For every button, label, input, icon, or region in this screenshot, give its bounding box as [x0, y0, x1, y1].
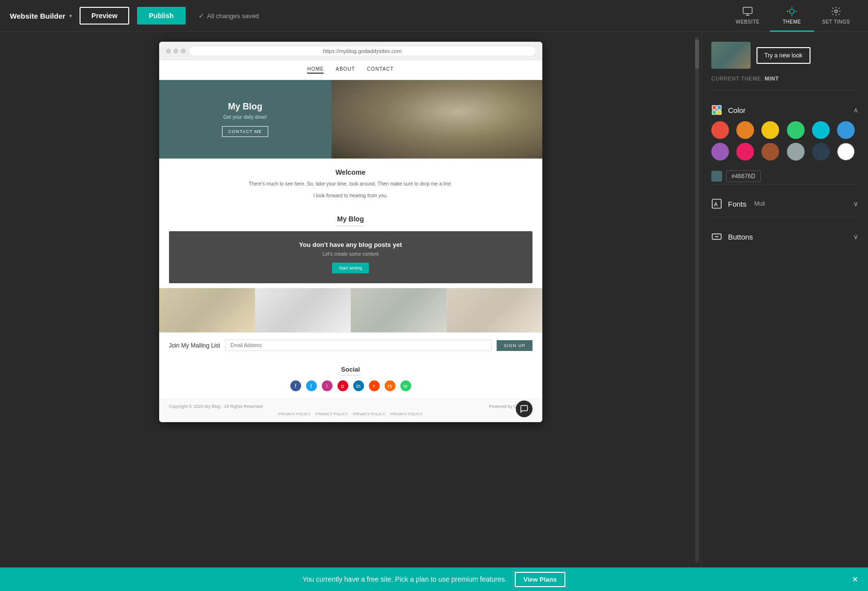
- site-nav-home[interactable]: HOME: [307, 66, 324, 74]
- site-nav: HOME ABOUT CONTACT: [159, 60, 542, 80]
- social-reddit-icon[interactable]: r: [369, 380, 380, 391]
- welcome-section: Welcome There's much to see here. So, ta…: [159, 159, 542, 210]
- mailing-input[interactable]: [225, 340, 492, 351]
- site-nav-about[interactable]: ABOUT: [336, 66, 355, 74]
- color-swatch-red[interactable]: [711, 121, 729, 139]
- color-swatch-yellow[interactable]: [761, 121, 779, 139]
- color-swatch-purple[interactable]: [711, 143, 729, 161]
- hero-left: My Blog Get your daily dose! CONTACT ME: [159, 80, 332, 159]
- fonts-section: A Fonts Muli ∨: [711, 192, 858, 215]
- current-theme-name: MINT: [765, 76, 779, 81]
- footer-link-1[interactable]: PRIVACY POLICY: [279, 412, 311, 416]
- social-whatsapp-icon[interactable]: w: [400, 380, 411, 391]
- view-plans-button[interactable]: View Plans: [515, 572, 566, 587]
- topbar-right-nav: WEBSITE THEME SET TINGS: [726, 0, 858, 32]
- color-swatch-orange[interactable]: [736, 121, 754, 139]
- buttons-section-header[interactable]: Buttons ∨: [711, 225, 858, 248]
- theme-preview-row: Try a new look: [711, 42, 858, 69]
- hero-subtitle: Get your daily dose!: [224, 114, 267, 120]
- color-swatch-brown[interactable]: [761, 143, 779, 161]
- fonts-chevron-icon: ∨: [853, 200, 858, 208]
- chevron-down-icon: ▾: [69, 13, 72, 19]
- brand-logo[interactable]: Website Builder ▾: [10, 12, 72, 20]
- buttons-chevron-icon: ∨: [853, 233, 858, 241]
- publish-button[interactable]: Publish: [137, 7, 186, 25]
- no-posts-subtitle: Let's create some content: [179, 251, 523, 257]
- color-swatches-grid: [711, 121, 858, 168]
- check-icon: ✓: [198, 12, 204, 20]
- website-icon: [742, 6, 753, 17]
- welcome-heading: Welcome: [169, 168, 532, 176]
- footer-links: PRIVACY POLICY PRIVACY POLICY PRIVACY PO…: [169, 412, 532, 416]
- svg-point-8: [835, 10, 838, 13]
- topbar: Website Builder ▾ Preview Publish ✓ All …: [0, 0, 868, 32]
- color-section-header[interactable]: Color ∧: [711, 99, 858, 121]
- browser-dots: [166, 49, 186, 54]
- website-nav-button[interactable]: WEBSITE: [726, 0, 770, 32]
- current-color-display: #46676D: [711, 170, 858, 182]
- start-writing-button[interactable]: Start writing: [332, 263, 369, 273]
- gallery-item-4: [447, 288, 542, 332]
- welcome-text1: There's much to see here. So, take your …: [169, 180, 532, 188]
- social-linkedin-icon[interactable]: in: [353, 380, 364, 391]
- buttons-section-title: Buttons: [728, 233, 753, 241]
- footer-link-3[interactable]: PRIVACY POLICY: [353, 412, 386, 416]
- settings-nav-label: SET TINGS: [822, 19, 850, 25]
- color-swatch-white[interactable]: [837, 143, 855, 161]
- mailing-section: Join My Mailing List SIGN UP: [159, 332, 542, 358]
- color-swatch-pink[interactable]: [736, 143, 754, 161]
- bottom-bar: You currently have a free site. Pick a p…: [0, 567, 868, 591]
- gallery-item-2: [255, 288, 351, 332]
- hero-img-overlay: [332, 80, 542, 159]
- site-nav-contact[interactable]: CONTACT: [367, 66, 394, 74]
- color-chevron-icon: ∧: [853, 106, 858, 114]
- svg-rect-0: [743, 7, 752, 13]
- canvas-area: https://myblog.godaddysites.com HOME ABO…: [0, 32, 701, 432]
- browser-dot-1: [166, 49, 171, 54]
- theme-nav-label: THEME: [783, 19, 801, 25]
- try-new-look-button[interactable]: Try a new look: [756, 47, 811, 64]
- social-section: Social f t i p in r rs w: [159, 358, 542, 398]
- color-swatch-cyan[interactable]: [812, 121, 830, 139]
- color-swatch-dark[interactable]: [812, 143, 830, 161]
- theme-thumbnail: [711, 42, 751, 69]
- preview-button[interactable]: Preview: [80, 7, 129, 25]
- footer-link-2[interactable]: PRIVACY POLICY: [316, 412, 348, 416]
- fonts-section-header[interactable]: A Fonts Muli ∨: [711, 192, 858, 215]
- settings-nav-button[interactable]: SET TINGS: [814, 0, 858, 32]
- hero-cta-button[interactable]: CONTACT ME: [222, 126, 269, 137]
- font-value: Muli: [755, 200, 765, 207]
- social-pinterest-icon[interactable]: p: [337, 380, 348, 391]
- fonts-icon: A: [711, 198, 722, 209]
- current-color-hex[interactable]: #46676D: [726, 170, 761, 182]
- canvas-scrollbar[interactable]: [695, 37, 699, 563]
- current-theme-label: CURRENT THEME: MINT: [711, 76, 858, 81]
- main-area: https://myblog.godaddysites.com HOME ABO…: [0, 32, 868, 567]
- no-posts-title: You don't have any blog posts yet: [179, 241, 523, 248]
- svg-point-3: [789, 9, 794, 13]
- social-rss-icon[interactable]: rs: [385, 380, 395, 391]
- svg-rect-11: [712, 110, 716, 114]
- color-swatch-blue[interactable]: [837, 121, 855, 139]
- theme-icon: [786, 6, 797, 17]
- footer-link-4[interactable]: PRIVACY POLICY: [390, 412, 422, 416]
- browser-dot-3: [181, 49, 186, 54]
- close-bottom-bar-button[interactable]: ✕: [852, 575, 858, 584]
- svg-rect-12: [717, 110, 721, 114]
- hero-section: My Blog Get your daily dose! CONTACT ME: [159, 80, 542, 159]
- blog-section: My Blog You don't have any blog posts ye…: [159, 210, 542, 288]
- social-heading: Social: [341, 366, 360, 376]
- fonts-section-title: Fonts: [728, 200, 747, 208]
- canvas-scroll-thumb[interactable]: [695, 39, 699, 69]
- signup-button[interactable]: SIGN UP: [497, 340, 532, 351]
- website-nav-label: WEBSITE: [736, 19, 760, 25]
- theme-nav-button[interactable]: THEME: [770, 0, 814, 32]
- social-instagram-icon[interactable]: i: [322, 380, 333, 391]
- color-swatch-gray[interactable]: [787, 143, 805, 161]
- color-swatch-green[interactable]: [787, 121, 805, 139]
- chat-widget[interactable]: [516, 401, 532, 417]
- blog-heading: My Blog: [337, 215, 364, 226]
- social-facebook-icon[interactable]: f: [290, 380, 301, 391]
- social-twitter-icon[interactable]: t: [306, 380, 317, 391]
- browser-dot-2: [173, 49, 178, 54]
